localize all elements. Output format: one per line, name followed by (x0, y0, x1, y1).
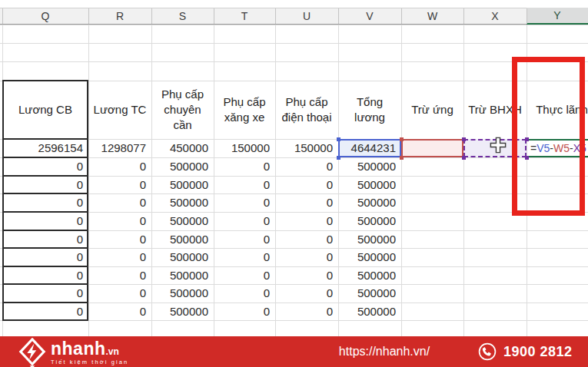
table-header-cell[interactable]: Phụ cấp chuyên cần (151, 81, 214, 139)
sheet-cell[interactable]: 150000 (275, 140, 333, 157)
gridline (0, 25, 588, 25)
sheet-cell[interactable]: 500000 (151, 285, 208, 303)
logo-tagline: Tiết kiệm thời gian (51, 359, 128, 365)
sheet-cell[interactable]: 500000 (338, 194, 396, 212)
sheet-cell[interactable]: 500000 (338, 249, 396, 266)
sheet-cell[interactable]: 500000 (151, 231, 208, 248)
q-column-header-border (2, 80, 88, 140)
sheet-cell[interactable]: 500000 (151, 177, 208, 193)
sheet-cell[interactable]: 0 (88, 177, 146, 193)
gridline (0, 61, 588, 62)
footer-url-link[interactable]: https://nhanh.vn/ (307, 336, 461, 367)
reference-handle-purple (462, 156, 466, 160)
sheet-cell[interactable]: 0 (275, 213, 333, 230)
q-column-cell-border (2, 230, 88, 249)
gridline (401, 25, 402, 336)
sheet-cell[interactable]: 500000 (151, 303, 208, 320)
sheet-cell[interactable]: 0 (214, 267, 270, 284)
sheet-cell[interactable]: 0 (88, 231, 146, 248)
sheet-cell[interactable]: 0 (88, 213, 146, 230)
sheet-cell[interactable]: 0 (275, 177, 333, 193)
sheet-cell[interactable]: 0 (214, 177, 270, 193)
sheet-cell[interactable]: 0 (214, 285, 270, 303)
gridline (0, 43, 588, 44)
sheet-cell[interactable]: 0 (214, 231, 270, 248)
sheet-cell[interactable]: 0 (275, 231, 333, 248)
sheet-cell[interactable]: 500000 (338, 213, 396, 230)
column-separator (401, 8, 402, 24)
sheet-cell[interactable]: 0 (275, 285, 333, 303)
nhanh-diamond-icon (18, 338, 46, 367)
sheet-cell[interactable]: 0 (275, 158, 333, 176)
column-header-Q[interactable]: Q (2, 8, 88, 25)
reference-handle-red (400, 156, 404, 160)
sheet-cell[interactable]: 0 (214, 158, 270, 176)
sheet-cell[interactable]: 500000 (338, 303, 396, 320)
sheet-cell[interactable]: 0 (88, 285, 146, 303)
column-separator (527, 8, 527, 24)
table-header-cell[interactable]: Phụ cấp xăng xe (214, 81, 275, 139)
sheet-cell[interactable]: 500000 (151, 267, 208, 284)
sheet-cell[interactable]: 0 (214, 249, 270, 266)
sheet-cell[interactable]: 150000 (214, 140, 270, 157)
column-separator (338, 8, 339, 24)
sheet-cell[interactable]: 0 (214, 194, 270, 212)
sheet-cell[interactable]: 0 (275, 267, 333, 284)
sheet-cell[interactable]: 500000 (151, 158, 208, 176)
column-header-V[interactable]: V (338, 8, 401, 25)
sheet-cell[interactable]: 500000 (151, 249, 208, 266)
table-header-cell[interactable]: Trừ ứng (401, 81, 463, 139)
sheet-cell[interactable]: 450000 (151, 140, 208, 157)
sheet-cell[interactable]: 500000 (338, 267, 396, 284)
sheet-cell[interactable]: 500000 (338, 158, 396, 176)
column-header-W[interactable]: W (401, 8, 463, 25)
column-header-T[interactable]: T (214, 8, 275, 25)
sheet-cell[interactable]: 0 (88, 267, 146, 284)
column-header-X[interactable]: X (463, 8, 527, 25)
q-column-cell-border (2, 138, 88, 158)
column-separator (2, 8, 3, 24)
sheet-cell[interactable]: 0 (214, 303, 270, 320)
highlight-rectangle (512, 57, 585, 216)
sheet-cell[interactable]: 500000 (151, 194, 208, 212)
sheet-cell[interactable]: 0 (214, 213, 270, 230)
spreadsheet-grid: QRSTUVWXYLương CBLương TCPhụ cấp chuyên … (0, 0, 588, 367)
table-header-cell[interactable]: Phụ cấp điện thoại (275, 81, 338, 139)
reference-border-w5 (401, 139, 463, 157)
sheet-cell[interactable]: 0 (275, 303, 333, 320)
q-column-cell-border (2, 266, 88, 285)
reference-border-v5 (338, 139, 401, 157)
sheet-cell[interactable]: 0 (275, 249, 333, 266)
column-header-S[interactable]: S (151, 8, 214, 25)
sheet-cell[interactable]: 0 (275, 194, 333, 212)
column-header-U[interactable]: U (275, 8, 338, 25)
q-column-cell-border (2, 247, 88, 267)
gridline (463, 25, 464, 336)
spreadsheet-screenshot: QRSTUVWXYLương CBLương TCPhụ cấp chuyên … (0, 0, 588, 367)
column-separator (275, 8, 276, 24)
logo-wordmark: nhanh (51, 339, 106, 359)
sheet-cell[interactable]: 0 (88, 194, 146, 212)
sheet-cell[interactable]: 0 (88, 303, 146, 320)
column-header-R[interactable]: R (88, 8, 151, 25)
sheet-cell[interactable]: 500000 (338, 231, 396, 248)
q-column-cell-border (2, 211, 88, 231)
cell-cursor-icon (490, 137, 507, 154)
sheet-cell[interactable]: 0 (88, 158, 146, 176)
sheet-cell[interactable]: 500000 (338, 285, 396, 303)
footer-phone-group[interactable]: 1900 2812 (478, 336, 573, 367)
footer-bar: nhanh.vn Tiết kiệm thời gian https://nha… (0, 336, 588, 367)
reference-handle-red (400, 137, 404, 141)
column-header-Y[interactable]: Y (527, 8, 588, 25)
q-column-cell-border (2, 302, 88, 321)
sheet-cell[interactable]: 0 (88, 249, 146, 266)
reference-handle-purple (462, 137, 466, 141)
sheet-cell[interactable]: 500000 (151, 213, 208, 230)
sheet-cell[interactable]: 1298077 (88, 140, 146, 157)
column-separator (151, 8, 152, 24)
logo-tld: .vn (106, 346, 119, 357)
sheet-cell[interactable]: 500000 (338, 177, 396, 193)
table-header-cell[interactable]: Tổng lương (338, 81, 401, 139)
column-separator (214, 8, 214, 24)
table-header-cell[interactable]: Lương TC (88, 81, 151, 139)
